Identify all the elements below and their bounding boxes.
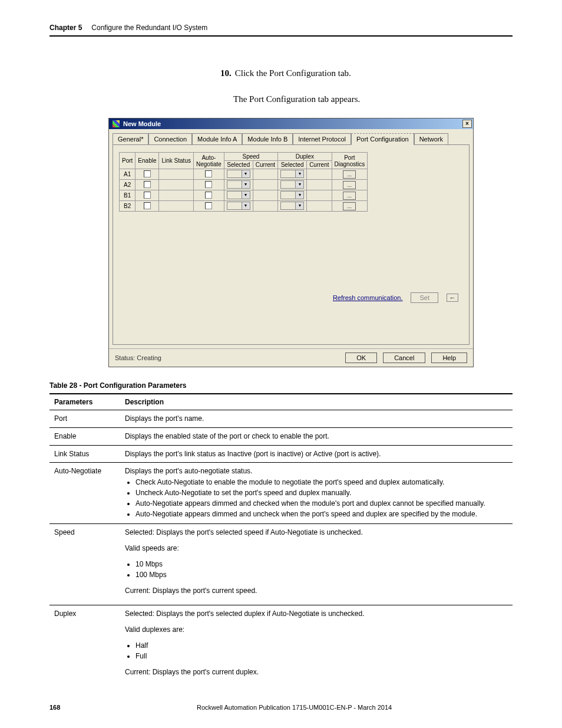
speed-current-cell bbox=[253, 190, 277, 201]
chevron-down-icon: ▾ bbox=[295, 181, 303, 188]
col-duplex-selected: Selected bbox=[278, 161, 307, 169]
step-line: 10.Click the Port Configuration tab. bbox=[220, 66, 513, 80]
chapter-label: Chapter 5 bbox=[49, 24, 82, 32]
tab-general[interactable]: General* bbox=[113, 133, 148, 145]
port-diagnostics-button[interactable]: ... bbox=[343, 202, 356, 210]
help-button[interactable]: Help bbox=[431, 353, 467, 363]
page-footer: 168 Rockwell Automation Publication 1715… bbox=[49, 704, 513, 711]
col-speed-selected: Selected bbox=[224, 161, 253, 169]
tabs-row: General* Connection Module Info A Module… bbox=[109, 129, 473, 144]
param-name: Port bbox=[49, 410, 120, 428]
tab-connection[interactable]: Connection bbox=[148, 133, 192, 145]
followup-text: The Port Configuration tab appears. bbox=[233, 92, 513, 106]
chevron-down-icon: ▾ bbox=[242, 170, 250, 177]
ok-button[interactable]: OK bbox=[345, 353, 377, 363]
speed-selected-dropdown[interactable]: ▾ bbox=[227, 191, 250, 199]
table-row: Link Status Displays the port's link sta… bbox=[49, 445, 513, 463]
tab-internet-protocol[interactable]: Internet Protocol bbox=[293, 133, 351, 145]
table-row: Duplex Selected: Displays the port's sel… bbox=[49, 605, 513, 686]
auto-negotiate-checkbox[interactable] bbox=[205, 170, 212, 177]
port-cell: A1 bbox=[120, 169, 135, 180]
enable-checkbox[interactable] bbox=[144, 170, 151, 177]
param-name: Speed bbox=[49, 524, 120, 605]
param-desc: Displays the port's link status as Inact… bbox=[120, 445, 513, 463]
param-desc: Displays the port's auto-negotiate statu… bbox=[120, 463, 513, 524]
set-button[interactable]: Set bbox=[411, 292, 438, 303]
dialog-footer: Status: Creating OK Cancel Help bbox=[109, 348, 473, 367]
param-desc: Selected: Displays the port's selected s… bbox=[120, 524, 513, 605]
cancel-button[interactable]: Cancel bbox=[383, 353, 425, 363]
port-diagnostics-button[interactable]: ... bbox=[343, 192, 356, 200]
chevron-down-icon: ▾ bbox=[242, 202, 250, 209]
col-speed: Speed bbox=[224, 153, 277, 161]
tab-module-info-b[interactable]: Module Info B bbox=[242, 133, 293, 145]
duplex-current-cell bbox=[307, 169, 332, 180]
table-row: B2 ▾ ▾ ... bbox=[120, 201, 368, 212]
tab-module-info-a[interactable]: Module Info A bbox=[192, 133, 242, 145]
port-cell: B2 bbox=[120, 201, 135, 212]
dialog-title: New Module bbox=[123, 120, 161, 127]
link-status-cell bbox=[159, 190, 193, 201]
speed-current-cell bbox=[253, 201, 277, 212]
enable-checkbox[interactable] bbox=[144, 192, 151, 199]
port-diagnostics-button[interactable]: ... bbox=[343, 181, 356, 189]
refresh-communication-link[interactable]: Refresh communication. bbox=[333, 294, 403, 301]
duplex-selected-dropdown[interactable]: ▾ bbox=[280, 170, 304, 178]
chevron-down-icon: ▾ bbox=[295, 192, 303, 199]
param-desc: Displays the enabled state of the port o… bbox=[120, 427, 513, 445]
status-label: Status: Creating bbox=[115, 354, 339, 361]
table-row: A1 ▾ ▾ ... bbox=[120, 169, 368, 180]
chevron-down-icon: ▾ bbox=[242, 192, 250, 199]
auto-negotiate-checkbox[interactable] bbox=[205, 202, 212, 209]
param-name: Link Status bbox=[49, 445, 120, 463]
port-grid: Port Enable Link Status Auto- Negotiate … bbox=[119, 152, 368, 212]
table-caption: Table 28 - Port Configuration Parameters bbox=[49, 381, 513, 390]
enable-checkbox[interactable] bbox=[144, 202, 151, 209]
table-row: Port Displays the port's name. bbox=[49, 410, 513, 428]
chevron-down-icon: ▾ bbox=[242, 181, 250, 188]
col-enable: Enable bbox=[135, 153, 159, 169]
duplex-current-cell bbox=[307, 201, 332, 212]
chapter-title: Configure the Redundant I/O System bbox=[91, 24, 207, 32]
tab-content: Port Enable Link Status Auto- Negotiate … bbox=[113, 144, 470, 345]
port-diagnostics-button[interactable]: ... bbox=[343, 170, 356, 179]
duplex-current-cell bbox=[307, 180, 332, 190]
new-module-dialog: New Module × General* Connection Module … bbox=[108, 118, 474, 367]
chevron-down-icon: ▾ bbox=[295, 202, 303, 209]
enable-checkbox[interactable] bbox=[144, 181, 151, 188]
col-duplex-current: Current bbox=[307, 161, 332, 169]
col-parameters: Parameters bbox=[49, 394, 120, 410]
speed-selected-dropdown[interactable]: ▾ bbox=[227, 202, 250, 210]
table-row: B1 ▾ ▾ ... bbox=[120, 190, 368, 201]
col-speed-current: Current bbox=[253, 161, 277, 169]
duplex-selected-dropdown[interactable]: ▾ bbox=[280, 202, 304, 210]
table-row: Speed Selected: Displays the port's sele… bbox=[49, 524, 513, 605]
dialog-titlebar: New Module × bbox=[109, 118, 473, 129]
tab-port-configuration[interactable]: Port Configuration bbox=[351, 133, 414, 145]
refresh-row: Refresh communication. Set ← bbox=[333, 292, 458, 303]
close-button[interactable]: × bbox=[462, 120, 472, 128]
col-port-diagnostics: Port Diagnostics bbox=[332, 153, 368, 169]
duplex-selected-dropdown[interactable]: ▾ bbox=[280, 180, 304, 189]
param-desc: Selected: Displays the port's selected d… bbox=[120, 605, 513, 686]
parameters-table: Parameters Description Port Displays the… bbox=[49, 393, 513, 686]
param-name: Enable bbox=[49, 427, 120, 445]
tab-network[interactable]: Network bbox=[414, 133, 448, 145]
speed-selected-dropdown[interactable]: ▾ bbox=[227, 180, 250, 189]
link-status-cell bbox=[159, 169, 193, 180]
auto-negotiate-checkbox[interactable] bbox=[205, 192, 212, 199]
duplex-selected-dropdown[interactable]: ▾ bbox=[280, 191, 304, 199]
link-status-cell bbox=[159, 201, 193, 212]
duplex-current-cell bbox=[307, 190, 332, 201]
auto-negotiate-checkbox[interactable] bbox=[205, 181, 212, 188]
page-header: Chapter 5 Configure the Redundant I/O Sy… bbox=[49, 24, 513, 37]
col-link-status: Link Status bbox=[159, 153, 193, 169]
link-status-cell bbox=[159, 180, 193, 190]
publication-info: Rockwell Automation Publication 1715-UM0… bbox=[197, 704, 513, 711]
window-icon bbox=[113, 120, 120, 127]
back-arrow-button[interactable]: ← bbox=[447, 294, 458, 302]
speed-selected-dropdown[interactable]: ▾ bbox=[227, 170, 250, 178]
page-number: 168 bbox=[49, 704, 197, 711]
param-desc: Displays the port's name. bbox=[120, 410, 513, 428]
col-auto-negotiate: Auto- Negotiate bbox=[193, 153, 224, 169]
